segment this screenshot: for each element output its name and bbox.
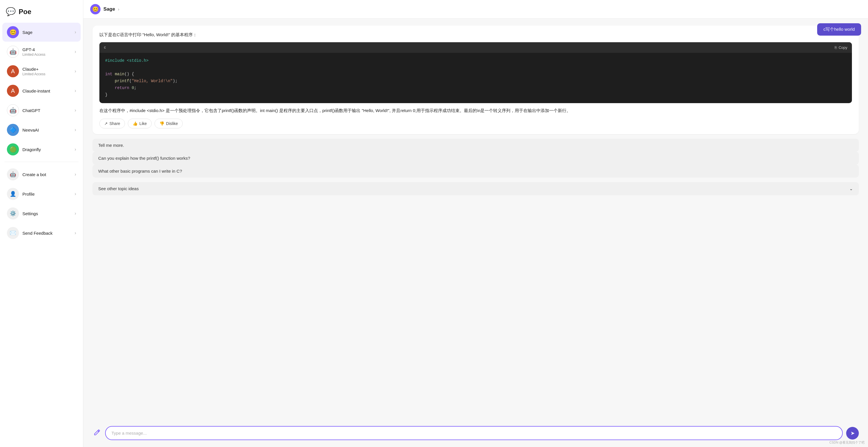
prompt-button[interactable]: c写个hello world xyxy=(817,23,861,36)
sidebar-item-sub-gpt4: Limited Access xyxy=(22,53,73,57)
action-name-create-bot: Create a bot xyxy=(22,172,73,177)
suggestion-tell-more[interactable]: Tell me more. xyxy=(92,139,859,152)
sidebar-item-name-chatgpt: ChatGPT xyxy=(22,108,73,113)
share-icon: ↗ xyxy=(104,121,108,126)
chevron-icon-claude-instant: › xyxy=(75,88,76,93)
share-button[interactable]: ↗ Share xyxy=(99,119,125,128)
sidebar-item-gpt4[interactable]: 🤖 GPT-4 Limited Access › xyxy=(2,42,81,61)
action-info-settings: Settings xyxy=(22,211,73,216)
send-icon: ➤ xyxy=(850,430,855,436)
see-more-button[interactable]: See other topic ideas ⌄ xyxy=(92,182,859,195)
chat-wrapper: c写个hello world 以下是在C语言中打印 "Hello, World!… xyxy=(83,19,868,447)
action-chevron-send-feedback: › xyxy=(75,230,76,236)
sidebar-item-claude-plus[interactable]: A Claude+ Limited Access › xyxy=(2,62,81,81)
brush-icon-button[interactable] xyxy=(92,428,102,439)
sidebar-item-claude-instant[interactable]: A Claude-instant › xyxy=(2,81,81,100)
header-title: Sage xyxy=(103,6,115,12)
code-lang: c xyxy=(104,44,106,51)
sidebar-item-info-chatgpt: ChatGPT xyxy=(22,108,73,113)
header-avatar: 😊 xyxy=(90,4,100,14)
action-chevron-create-bot: › xyxy=(75,172,76,177)
suggestion-printf-explain[interactable]: Can you explain how the printf() functio… xyxy=(92,152,859,165)
sidebar-divider xyxy=(5,162,79,162)
sidebar-item-info-dragonfly: Dragonfly xyxy=(22,147,73,152)
sidebar-action-profile[interactable]: 👤 Profile › xyxy=(2,184,81,203)
like-button[interactable]: 👍 Like xyxy=(128,119,152,128)
copy-label: Copy xyxy=(839,46,847,50)
sidebar-item-info-neeva: NeevaAI xyxy=(22,127,73,132)
message-actions: ↗ Share 👍 Like 👎 Dislike xyxy=(99,119,852,128)
chevron-icon-sage: › xyxy=(75,30,76,35)
like-icon: 👍 xyxy=(133,121,137,126)
chevron-icon-dragonfly: › xyxy=(75,147,76,152)
action-chevron-settings: › xyxy=(75,211,76,216)
copy-icon: ⎘ xyxy=(835,46,837,50)
avatar-claude-instant: A xyxy=(7,85,19,97)
code-content: #include <stdio.h> int main() { printf("… xyxy=(99,53,852,103)
see-more-label: See other topic ideas xyxy=(98,186,139,191)
action-info-create-bot: Create a bot xyxy=(22,172,73,177)
share-label: Share xyxy=(110,121,120,126)
chat-header: 😊 Sage › xyxy=(83,0,868,19)
sidebar-item-name-dragonfly: Dragonfly xyxy=(22,147,73,152)
sidebar-item-info-claude-plus: Claude+ Limited Access xyxy=(22,67,73,76)
sidebar-item-chatgpt[interactable]: 🤖 ChatGPT › xyxy=(2,101,81,120)
sidebar-item-name-sage: Sage xyxy=(22,30,73,35)
header-avatar-icon: 😊 xyxy=(92,6,98,12)
see-more-chevron-icon: ⌄ xyxy=(849,186,853,191)
like-label: Like xyxy=(139,121,147,126)
action-name-profile: Profile xyxy=(22,191,73,197)
dislike-label: Dislike xyxy=(166,121,178,126)
main-panel: 😊 Sage › c写个hello world 以下是在C语言中打印 "Hell… xyxy=(83,0,868,447)
avatar-gpt4: 🤖 xyxy=(7,46,19,58)
avatar-chatgpt: 🤖 xyxy=(7,104,19,116)
sidebar-item-sage[interactable]: 😊 Sage › xyxy=(2,23,81,42)
sidebar-item-info-gpt4: GPT-4 Limited Access xyxy=(22,47,73,57)
avatar-neeva: 🔷 xyxy=(7,124,19,136)
message-input[interactable] xyxy=(105,426,843,440)
action-name-settings: Settings xyxy=(22,211,73,216)
suggestions-list: Tell me more.Can you explain how the pri… xyxy=(92,139,859,178)
copy-button[interactable]: ⎘ Copy xyxy=(835,46,847,50)
sidebar-item-info-claude-instant: Claude-instant xyxy=(22,88,73,93)
sidebar-item-name-gpt4: GPT-4 xyxy=(22,47,73,52)
sidebar-action-create-bot[interactable]: 🤖 Create a bot › xyxy=(2,165,81,184)
sidebar-item-dragonfly[interactable]: 🟢 Dragonfly › xyxy=(2,140,81,159)
action-icon-create-bot: 🤖 xyxy=(7,168,19,180)
header-chevron-icon: › xyxy=(118,7,120,11)
action-icon-settings: ⚙️ xyxy=(7,207,19,219)
send-button[interactable]: ➤ xyxy=(846,427,859,440)
logo-icon: 💬 xyxy=(6,7,16,17)
code-block: c ⎘ Copy #include <stdio.h> int main() {… xyxy=(99,42,852,103)
action-info-profile: Profile xyxy=(22,191,73,197)
chevron-icon-claude-plus: › xyxy=(75,69,76,74)
action-info-send-feedback: Send Feedback xyxy=(22,231,73,236)
chat-area: 以下是在C语言中打印 "Hello, World!" 的基本程序： c ⎘ Co… xyxy=(83,19,868,421)
message-intro: 以下是在C语言中打印 "Hello, World!" 的基本程序： xyxy=(99,31,852,38)
action-name-send-feedback: Send Feedback xyxy=(22,231,73,236)
logo: 💬 Poe xyxy=(0,5,83,22)
action-icon-profile: 👤 xyxy=(7,188,19,200)
input-area: ➤ xyxy=(83,421,868,447)
avatar-sage: 😊 xyxy=(7,26,19,38)
suggestion-other-programs[interactable]: What other basic programs can I write in… xyxy=(92,165,859,178)
chevron-icon-chatgpt: › xyxy=(75,108,76,113)
sidebar-item-info-sage: Sage xyxy=(22,30,73,35)
sidebar-item-name-claude-instant: Claude-instant xyxy=(22,88,73,93)
sidebar-item-name-neeva: NeevaAI xyxy=(22,127,73,132)
watermark: CSDN @看见我找个了吧 xyxy=(830,440,865,445)
sidebar-item-neeva[interactable]: 🔷 NeevaAI › xyxy=(2,120,81,139)
sidebar-actions: 🤖 Create a bot › 👤 Profile › ⚙️ Settings… xyxy=(0,164,83,243)
chevron-icon-gpt4: › xyxy=(75,49,76,54)
sidebar-item-sub-claude-plus: Limited Access xyxy=(22,72,73,76)
logo-text: Poe xyxy=(19,8,31,16)
sidebar-action-settings[interactable]: ⚙️ Settings › xyxy=(2,204,81,223)
code-block-header: c ⎘ Copy xyxy=(99,42,852,53)
sidebar-item-name-claude-plus: Claude+ xyxy=(22,67,73,71)
sidebar-bots: 😊 Sage › 🤖 GPT-4 Limited Access › A Clau… xyxy=(0,22,83,159)
sidebar: 💬 Poe 😊 Sage › 🤖 GPT-4 Limited Access › … xyxy=(0,0,83,447)
dislike-button[interactable]: 👎 Dislike xyxy=(155,119,183,128)
avatar-dragonfly: 🟢 xyxy=(7,143,19,155)
sidebar-action-send-feedback[interactable]: ✉️ Send Feedback › xyxy=(2,224,81,242)
bot-message: 以下是在C语言中打印 "Hello, World!" 的基本程序： c ⎘ Co… xyxy=(92,26,859,134)
